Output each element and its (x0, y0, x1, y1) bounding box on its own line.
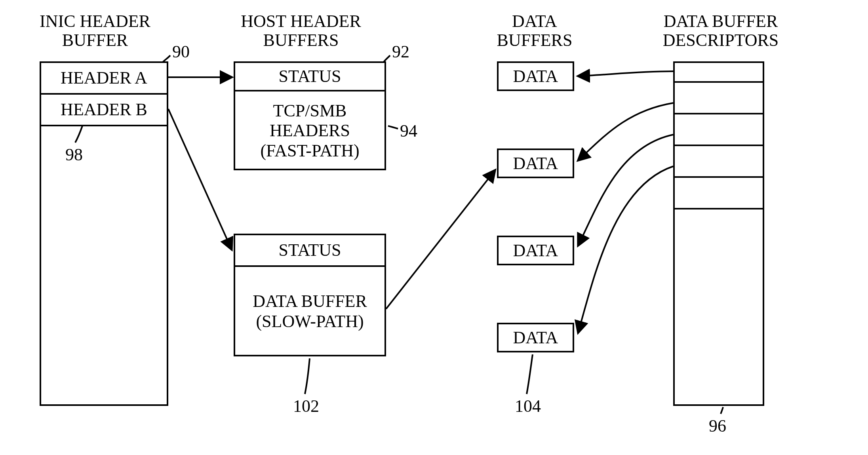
arrow-desc-to-data2 (578, 103, 673, 160)
data-box-4-text: DATA (513, 327, 558, 348)
ref-98: 98 (65, 145, 83, 165)
data-box-1-text: DATA (513, 66, 558, 86)
arrow-desc-to-data4 (578, 166, 673, 333)
leader-104 (527, 354, 533, 394)
data-box-2: DATA (497, 148, 574, 178)
inic-header-b-cell: HEADER B (41, 95, 167, 126)
descriptor-row-1 (675, 63, 763, 83)
ref-92: 92 (392, 42, 409, 62)
ref-102: 102 (293, 396, 319, 416)
leader-102 (305, 358, 310, 394)
host-fast-status-cell: STATUS (235, 63, 385, 91)
data-box-3: DATA (497, 236, 574, 265)
data-box-2-text: DATA (513, 153, 558, 173)
leader-94 (388, 126, 398, 129)
host-fast-body-cell: TCP/SMB HEADERS (FAST-PATH) (235, 91, 385, 170)
ref-96: 96 (709, 416, 726, 436)
descriptor-row-5 (675, 178, 763, 209)
data-buffer-descriptors-box (673, 61, 764, 406)
ref-94: 94 (400, 121, 417, 141)
host-slow-status-cell: STATUS (235, 235, 385, 267)
title-data-buffers: DATA BUFFERS (487, 12, 582, 50)
data-box-4: DATA (497, 323, 574, 352)
descriptor-row-3 (675, 114, 763, 146)
ref-90: 90 (172, 42, 190, 62)
arrow-desc-to-data3 (578, 135, 673, 246)
inic-header-a-cell: HEADER A (41, 63, 167, 95)
host-slow-body-cell: DATA BUFFER (SLOW-PATH) (235, 267, 385, 356)
data-box-3-text: DATA (513, 240, 558, 261)
title-data-buffer-descriptors: DATA BUFFER DESCRIPTORS (641, 12, 800, 50)
title-inic-header-buffer: INIC HEADER BUFFER (24, 12, 166, 50)
arrow-headerB-to-slow (168, 109, 232, 249)
host-fast-path-box: STATUS TCP/SMB HEADERS (FAST-PATH) (234, 61, 386, 170)
descriptor-row-2 (675, 83, 763, 114)
data-box-1: DATA (497, 61, 574, 91)
leader-96 (721, 407, 723, 414)
ref-104: 104 (515, 396, 541, 416)
arrow-desc-to-data1 (578, 71, 673, 76)
descriptor-row-4 (675, 146, 763, 178)
arrow-slow-to-data2 (386, 170, 495, 309)
title-host-header-buffers: HOST HEADER BUFFERS (222, 12, 380, 50)
inic-header-buffer-box: HEADER A HEADER B (40, 61, 168, 406)
host-slow-path-box: STATUS DATA BUFFER (SLOW-PATH) (234, 234, 386, 356)
